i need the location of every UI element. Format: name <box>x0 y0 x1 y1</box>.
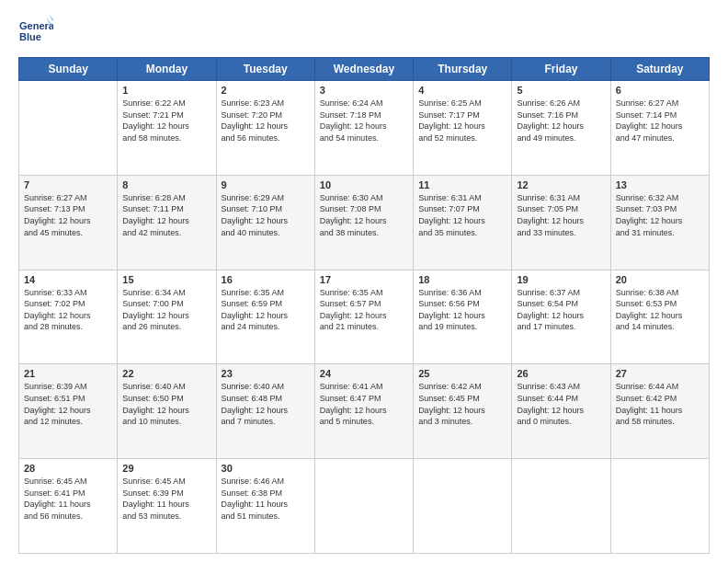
day-info: Sunrise: 6:34 AMSunset: 7:00 PMDaylight:… <box>122 287 210 333</box>
day-number: 22 <box>122 368 210 379</box>
day-info: Sunrise: 6:41 AMSunset: 6:47 PMDaylight:… <box>320 381 408 427</box>
weekday-header-saturday: Saturday <box>610 58 709 81</box>
day-info: Sunrise: 6:24 AMSunset: 7:18 PMDaylight:… <box>320 98 408 144</box>
day-number: 11 <box>418 179 506 190</box>
calendar-cell: 17Sunrise: 6:35 AMSunset: 6:57 PMDayligh… <box>314 270 413 364</box>
day-info: Sunrise: 6:23 AMSunset: 7:20 PMDaylight:… <box>222 98 310 144</box>
day-info: Sunrise: 6:39 AMSunset: 6:51 PMDaylight:… <box>24 381 112 427</box>
day-info: Sunrise: 6:25 AMSunset: 7:17 PMDaylight:… <box>418 98 506 144</box>
day-info: Sunrise: 6:42 AMSunset: 6:45 PMDaylight:… <box>418 381 506 427</box>
calendar-cell: 11Sunrise: 6:31 AMSunset: 7:07 PMDayligh… <box>414 175 512 270</box>
day-number: 27 <box>616 368 704 379</box>
day-number: 3 <box>320 85 408 96</box>
calendar-cell: 21Sunrise: 6:39 AMSunset: 6:51 PMDayligh… <box>19 364 118 459</box>
day-info: Sunrise: 6:30 AMSunset: 7:08 PMDaylight:… <box>320 192 408 238</box>
weekday-header-row: SundayMondayTuesdayWednesdayThursdayFrid… <box>19 58 710 81</box>
svg-text:General: General <box>19 20 53 31</box>
calendar-cell: 18Sunrise: 6:36 AMSunset: 6:56 PMDayligh… <box>414 270 512 364</box>
day-number: 26 <box>517 368 605 379</box>
day-info: Sunrise: 6:27 AMSunset: 7:13 PMDaylight:… <box>24 192 112 238</box>
calendar-cell: 22Sunrise: 6:40 AMSunset: 6:50 PMDayligh… <box>118 364 216 459</box>
calendar-cell <box>610 459 709 554</box>
calendar-cell: 24Sunrise: 6:41 AMSunset: 6:47 PMDayligh… <box>314 364 413 459</box>
day-number: 23 <box>222 368 310 379</box>
day-number: 2 <box>222 85 310 96</box>
calendar-week-row: 28Sunrise: 6:45 AMSunset: 6:41 PMDayligh… <box>19 459 710 554</box>
day-info: Sunrise: 6:28 AMSunset: 7:11 PMDaylight:… <box>122 192 210 238</box>
day-number: 8 <box>122 179 210 190</box>
calendar-cell: 20Sunrise: 6:38 AMSunset: 6:53 PMDayligh… <box>610 270 709 364</box>
day-number: 1 <box>122 85 210 96</box>
day-info: Sunrise: 6:40 AMSunset: 6:50 PMDaylight:… <box>122 381 210 427</box>
calendar-cell: 26Sunrise: 6:43 AMSunset: 6:44 PMDayligh… <box>512 364 610 459</box>
calendar-cell: 19Sunrise: 6:37 AMSunset: 6:54 PMDayligh… <box>512 270 610 364</box>
calendar-cell: 23Sunrise: 6:40 AMSunset: 6:48 PMDayligh… <box>216 364 314 459</box>
day-info: Sunrise: 6:36 AMSunset: 6:56 PMDaylight:… <box>418 287 506 333</box>
calendar-cell: 12Sunrise: 6:31 AMSunset: 7:05 PMDayligh… <box>512 175 610 270</box>
calendar-cell: 1Sunrise: 6:22 AMSunset: 7:21 PMDaylight… <box>118 81 216 176</box>
calendar-week-row: 21Sunrise: 6:39 AMSunset: 6:51 PMDayligh… <box>19 364 710 459</box>
calendar-cell: 9Sunrise: 6:29 AMSunset: 7:10 PMDaylight… <box>216 175 314 270</box>
day-info: Sunrise: 6:35 AMSunset: 6:59 PMDaylight:… <box>222 287 310 333</box>
day-number: 13 <box>616 179 704 190</box>
day-number: 29 <box>122 463 210 474</box>
day-info: Sunrise: 6:45 AMSunset: 6:41 PMDaylight:… <box>24 476 112 522</box>
weekday-header-monday: Monday <box>118 58 216 81</box>
day-number: 17 <box>320 274 408 285</box>
day-number: 10 <box>320 179 408 190</box>
header: General Blue <box>18 15 710 50</box>
calendar-cell: 4Sunrise: 6:25 AMSunset: 7:17 PMDaylight… <box>414 81 512 176</box>
day-number: 19 <box>517 274 605 285</box>
weekday-header-wednesday: Wednesday <box>314 58 413 81</box>
calendar-table: SundayMondayTuesdayWednesdayThursdayFrid… <box>18 57 710 554</box>
calendar-cell: 28Sunrise: 6:45 AMSunset: 6:41 PMDayligh… <box>19 459 118 554</box>
day-info: Sunrise: 6:35 AMSunset: 6:57 PMDaylight:… <box>320 287 408 333</box>
day-number: 7 <box>24 179 112 190</box>
calendar-cell: 7Sunrise: 6:27 AMSunset: 7:13 PMDaylight… <box>19 175 118 270</box>
day-info: Sunrise: 6:43 AMSunset: 6:44 PMDaylight:… <box>517 381 605 427</box>
logo-svg: General Blue <box>18 15 53 50</box>
calendar-cell <box>414 459 512 554</box>
day-info: Sunrise: 6:32 AMSunset: 7:03 PMDaylight:… <box>616 192 704 238</box>
day-info: Sunrise: 6:31 AMSunset: 7:07 PMDaylight:… <box>418 192 506 238</box>
calendar-cell: 16Sunrise: 6:35 AMSunset: 6:59 PMDayligh… <box>216 270 314 364</box>
day-number: 4 <box>418 85 506 96</box>
svg-text:Blue: Blue <box>19 31 41 42</box>
day-number: 16 <box>222 274 310 285</box>
calendar-week-row: 7Sunrise: 6:27 AMSunset: 7:13 PMDaylight… <box>19 175 710 270</box>
calendar-cell: 30Sunrise: 6:46 AMSunset: 6:38 PMDayligh… <box>216 459 314 554</box>
day-number: 14 <box>24 274 112 285</box>
day-info: Sunrise: 6:26 AMSunset: 7:16 PMDaylight:… <box>517 98 605 144</box>
day-number: 6 <box>616 85 704 96</box>
weekday-header-thursday: Thursday <box>414 58 512 81</box>
day-info: Sunrise: 6:33 AMSunset: 7:02 PMDaylight:… <box>24 287 112 333</box>
day-number: 9 <box>222 179 310 190</box>
day-info: Sunrise: 6:46 AMSunset: 6:38 PMDaylight:… <box>222 476 310 522</box>
calendar-cell: 15Sunrise: 6:34 AMSunset: 7:00 PMDayligh… <box>118 270 216 364</box>
calendar-cell: 29Sunrise: 6:45 AMSunset: 6:39 PMDayligh… <box>118 459 216 554</box>
logo: General Blue <box>18 15 53 50</box>
calendar-cell: 10Sunrise: 6:30 AMSunset: 7:08 PMDayligh… <box>314 175 413 270</box>
day-info: Sunrise: 6:22 AMSunset: 7:21 PMDaylight:… <box>122 98 210 144</box>
calendar-cell: 8Sunrise: 6:28 AMSunset: 7:11 PMDaylight… <box>118 175 216 270</box>
day-number: 20 <box>616 274 704 285</box>
page: General Blue SundayMondayTuesdayWednesda… <box>0 0 728 563</box>
day-number: 24 <box>320 368 408 379</box>
calendar-cell <box>512 459 610 554</box>
calendar-cell: 27Sunrise: 6:44 AMSunset: 6:42 PMDayligh… <box>610 364 709 459</box>
weekday-header-friday: Friday <box>512 58 610 81</box>
calendar-cell <box>314 459 413 554</box>
calendar-cell: 5Sunrise: 6:26 AMSunset: 7:16 PMDaylight… <box>512 81 610 176</box>
calendar-cell: 3Sunrise: 6:24 AMSunset: 7:18 PMDaylight… <box>314 81 413 176</box>
day-info: Sunrise: 6:44 AMSunset: 6:42 PMDaylight:… <box>616 381 704 427</box>
calendar-week-row: 14Sunrise: 6:33 AMSunset: 7:02 PMDayligh… <box>19 270 710 364</box>
calendar-cell <box>19 81 118 176</box>
day-info: Sunrise: 6:45 AMSunset: 6:39 PMDaylight:… <box>122 476 210 522</box>
day-number: 21 <box>24 368 112 379</box>
day-number: 15 <box>122 274 210 285</box>
day-info: Sunrise: 6:29 AMSunset: 7:10 PMDaylight:… <box>222 192 310 238</box>
day-number: 18 <box>418 274 506 285</box>
day-number: 30 <box>222 463 310 474</box>
calendar-cell: 25Sunrise: 6:42 AMSunset: 6:45 PMDayligh… <box>414 364 512 459</box>
day-number: 5 <box>517 85 605 96</box>
